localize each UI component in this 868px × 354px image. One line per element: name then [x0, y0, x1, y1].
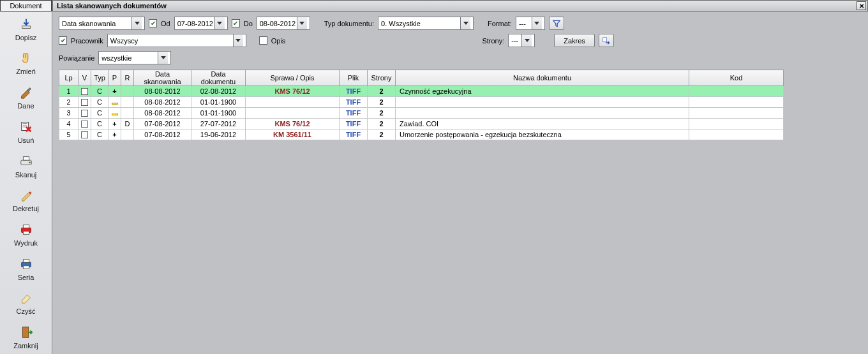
svg-point-5 [29, 192, 31, 195]
do-date[interactable]: 08-08-2012 [257, 17, 310, 30]
svg-rect-11 [23, 265, 29, 269]
svg-rect-8 [23, 232, 29, 235]
pracownik-combo[interactable]: Wszyscy [107, 34, 246, 47]
page-title: Lista skanowanych dokumentów [57, 2, 167, 10]
sidebar-item-zamknij[interactable]: Zamknij [0, 320, 52, 354]
zakres-button[interactable]: Zakres [554, 34, 595, 47]
col-plik[interactable]: Plik [340, 70, 368, 86]
chevron-down-icon[interactable] [131, 17, 142, 29]
cell-v[interactable] [79, 86, 91, 97]
table-row[interactable]: 1C+08-08-201202-08-2012KMS 76/12TIFF2Czy… [59, 86, 784, 97]
col-sprawa[interactable]: Sprawa / Opis [246, 70, 340, 86]
cell-sprawa: KMS 76/12 [246, 119, 340, 129]
chevron-down-icon[interactable] [521, 34, 532, 47]
od-checkbox[interactable]: ✔ [149, 19, 157, 27]
table-row[interactable]: 3C08-08-201201-01-1900TIFF2 [59, 108, 784, 119]
sidebar-item-skanuj[interactable]: Skanuj [0, 149, 52, 183]
chevron-down-icon[interactable] [460, 17, 470, 29]
sidebar-item-dopisz[interactable]: Dopisz [0, 11, 52, 46]
col-lp[interactable]: Lp [59, 70, 79, 86]
table-row[interactable]: 4C+D07-08-201227-07-2012KMS 76/12TIFF2Za… [59, 119, 784, 129]
page-nav-button[interactable] [599, 34, 614, 47]
cell-p [108, 108, 121, 119]
door-icon [18, 324, 34, 341]
format-combo[interactable]: --- [516, 17, 545, 30]
cell-lp: 1 [59, 86, 79, 97]
strony-combo[interactable]: --- [508, 34, 535, 47]
chevron-down-icon[interactable] [532, 17, 542, 29]
col-kod[interactable]: Kod [689, 70, 784, 86]
typ-label: Typ dokumentu: [324, 20, 374, 27]
cell-nazwa [396, 108, 689, 119]
powiazanie-label: Powiązanie [59, 54, 94, 62]
col-p[interactable]: P [108, 70, 121, 86]
opis-checkbox[interactable] [259, 36, 267, 45]
sidebar-item-usun[interactable]: Usuń [0, 114, 52, 149]
close-button[interactable]: ✕ [857, 1, 866, 10]
delete-icon [18, 119, 34, 135]
cell-v[interactable] [79, 119, 91, 129]
scanner-icon [18, 153, 34, 170]
chevron-down-icon[interactable] [214, 17, 225, 29]
chevron-down-icon[interactable] [297, 17, 307, 29]
sidebar-item-zmien[interactable]: Zmień [0, 46, 52, 80]
cell-p: + [108, 86, 121, 97]
chevron-down-icon[interactable] [158, 52, 168, 64]
hand-icon [18, 50, 34, 66]
sidebar-item-dekretuj[interactable]: Dekretuj [0, 182, 52, 217]
sidebar-item-czysc[interactable]: Czyść [0, 286, 52, 320]
cell-sprawa: KMS 76/12 [246, 86, 340, 97]
series-printer-icon [18, 256, 34, 272]
chevron-down-icon[interactable] [233, 34, 243, 47]
do-checkbox[interactable]: ✔ [232, 19, 240, 27]
col-v[interactable]: V [79, 70, 91, 86]
powiazanie-combo[interactable]: wszystkie [98, 51, 171, 64]
col-strony[interactable]: Strony [368, 70, 396, 86]
cell-v[interactable] [79, 108, 91, 119]
cell-datadok: 02-08-2012 [191, 86, 246, 97]
cell-plik: TIFF [340, 129, 368, 140]
format-label: Format: [488, 20, 512, 27]
cell-kod [689, 86, 784, 97]
documents-table: Lp V Typ P R Data skanowania Data dokume… [59, 70, 784, 140]
sidebar-item-wydruk[interactable]: Wydruk [0, 217, 52, 251]
cell-v[interactable] [79, 97, 91, 108]
sidebar-item-dane[interactable]: Dane [0, 80, 52, 114]
col-datadok[interactable]: Data dokumentu [191, 70, 246, 86]
table-row[interactable]: 2C08-08-201201-01-1900TIFF2 [59, 97, 784, 108]
svg-rect-0 [22, 26, 30, 29]
cell-lp: 4 [59, 119, 79, 129]
cell-lp: 5 [59, 129, 79, 140]
col-typ[interactable]: Typ [91, 70, 108, 86]
cell-kod [689, 108, 784, 119]
svg-rect-13 [603, 37, 607, 41]
cell-r [121, 108, 134, 119]
col-datask[interactable]: Data skanowania [134, 70, 191, 86]
cell-v[interactable] [79, 129, 91, 140]
cell-typ: C [91, 108, 108, 119]
cell-strony: 2 [368, 97, 396, 108]
cell-kod [689, 119, 784, 129]
sidebar-item-seria[interactable]: Seria [0, 251, 52, 286]
cell-typ: C [91, 129, 108, 140]
svg-point-4 [29, 161, 31, 163]
table-row[interactable]: 5C+07-08-201219-06-2012KM 3561/11TIFF2Um… [59, 129, 784, 140]
cell-strony: 2 [368, 86, 396, 97]
table-header: Lp V Typ P R Data skanowania Data dokume… [59, 70, 784, 86]
data-skanowania-combo[interactable]: Data skanowania [59, 17, 145, 30]
col-r[interactable]: R [121, 70, 134, 86]
typ-combo[interactable]: 0. Wszystkie [378, 17, 474, 30]
cell-p [108, 97, 121, 108]
brush-icon [18, 84, 34, 101]
download-icon [18, 16, 34, 33]
od-label: Od [161, 20, 170, 27]
pracownik-checkbox[interactable]: ✔ [59, 36, 67, 45]
od-date[interactable]: 07-08-2012 [174, 17, 228, 30]
col-nazwa[interactable]: Nazwa dokumentu [396, 70, 689, 86]
cell-datadok: 19-06-2012 [191, 129, 246, 140]
filter-button[interactable] [549, 17, 564, 30]
cell-datask: 08-08-2012 [134, 86, 191, 97]
cell-kod [689, 97, 784, 108]
printer-icon [18, 221, 34, 238]
svg-rect-7 [23, 225, 29, 228]
